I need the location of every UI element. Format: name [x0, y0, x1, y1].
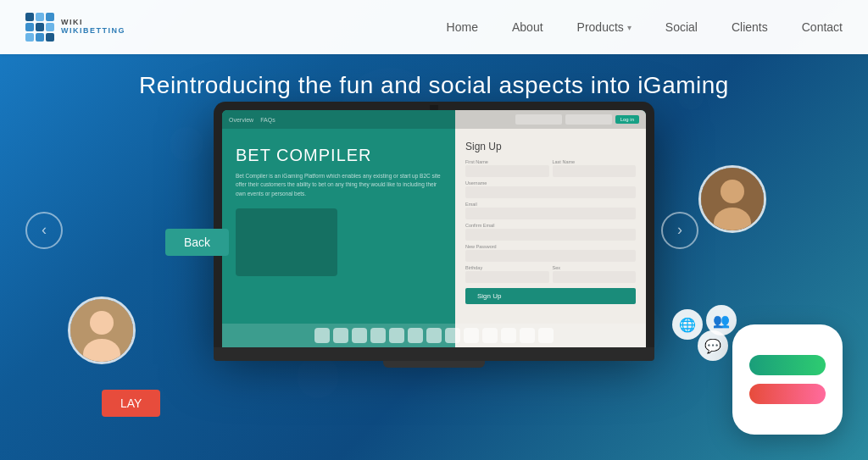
last-name-label: Last Name — [553, 159, 637, 164]
lay-button[interactable]: LAY — [102, 390, 160, 417]
logo-cell-5 — [36, 23, 44, 31]
sex-label: Sex — [553, 265, 637, 270]
laptop-mockup: Overview FAQs Log in BET COMP — [214, 102, 654, 361]
username-group: Username — [465, 180, 636, 198]
logo-cell-6 — [46, 23, 54, 31]
password-field[interactable] — [465, 250, 636, 262]
people-icon: 👥 — [713, 313, 730, 329]
bday-sex-row: Birthday Sex — [465, 265, 636, 283]
nav-about[interactable]: About — [512, 20, 543, 34]
nav-home-label: Home — [447, 20, 478, 34]
logo-sub: WIKIBETTING — [61, 27, 125, 36]
site-header: WIKIWIKIBETTING Home About Products ▾ So… — [0, 0, 868, 54]
logo-cell-2 — [36, 13, 44, 21]
dock-icon-6 — [408, 328, 423, 343]
nav-social[interactable]: Social — [665, 20, 698, 34]
device-mockup-mini — [236, 208, 337, 276]
confirm-email-row: Confirm Email — [465, 223, 636, 241]
people-icon-float: 👥 — [706, 305, 737, 335]
screen-login-btn[interactable]: Log in — [615, 115, 639, 124]
email-field[interactable] — [465, 208, 636, 219]
svg-point-4 — [721, 180, 744, 203]
birthday-field[interactable] — [465, 271, 549, 283]
logo-cell-8 — [36, 33, 44, 42]
screen-password-input[interactable] — [565, 114, 612, 125]
avatar-right — [698, 165, 766, 233]
dock-icon-4 — [370, 328, 386, 343]
first-name-label: First Name — [465, 159, 549, 164]
previous-arrow[interactable]: ‹ — [25, 212, 63, 249]
confirm-email-field[interactable] — [465, 229, 636, 241]
tab-overview[interactable]: Overview — [229, 117, 253, 123]
screen-body: BET COMPILER Bet Compiler is an iGaming … — [222, 129, 646, 347]
chevron-left-icon: ‹ — [42, 221, 47, 239]
nav-products-label: Products — [577, 20, 624, 34]
screen-tabs: Overview FAQs — [229, 117, 275, 123]
screen-left-panel: BET COMPILER Bet Compiler is an iGaming … — [222, 129, 455, 347]
email-group: Email — [465, 202, 636, 219]
dock-icon-9 — [464, 328, 479, 343]
next-arrow[interactable]: › — [661, 212, 698, 249]
nav-home[interactable]: Home — [447, 20, 478, 34]
password-label: New Password — [465, 244, 636, 249]
dock-icon-12 — [520, 328, 535, 343]
screen-login-area: Log in — [515, 114, 639, 125]
chevron-right-icon: › — [677, 221, 682, 239]
svg-point-1 — [90, 311, 114, 335]
nav-about-label: About — [512, 20, 543, 34]
first-name-group: First Name — [465, 159, 549, 177]
dock-icon-13 — [538, 328, 554, 343]
logo-cell-7 — [25, 33, 34, 42]
confirm-email-label: Confirm Email — [465, 223, 636, 228]
nav-products[interactable]: Products ▾ — [577, 20, 632, 34]
tab-faqs[interactable]: FAQs — [260, 117, 275, 123]
password-group: New Password — [465, 244, 636, 262]
sex-group: Sex — [553, 265, 637, 283]
hero-section: Reintroducing the fun and social aspects… — [0, 0, 868, 460]
logo-cell-3 — [46, 13, 54, 21]
dock-icon-7 — [426, 328, 442, 343]
screen-right-panel: Sign Up First Name Last Name — [455, 129, 646, 347]
dock-icon-10 — [482, 328, 498, 343]
laptop-base — [214, 347, 654, 361]
password-row: New Password — [465, 244, 636, 262]
email-row: Email — [465, 202, 636, 219]
first-name-field[interactable] — [465, 165, 549, 177]
laptop-outer: Overview FAQs Log in BET COMP — [214, 102, 654, 347]
product-description: Bet Compiler is an iGaming Platform whic… — [236, 172, 442, 198]
last-name-field[interactable] — [553, 165, 637, 177]
username-label: Username — [465, 180, 636, 186]
sex-field[interactable] — [553, 271, 637, 283]
confirm-email-group: Confirm Email — [465, 223, 636, 241]
app-bar-pink — [749, 384, 826, 404]
product-title: BET COMPILER — [236, 146, 442, 165]
logo[interactable]: WIKIWIKIBETTING — [25, 13, 125, 42]
dock-icon-3 — [352, 328, 367, 343]
bokeh-3 — [170, 127, 203, 161]
laptop-screen: Overview FAQs Log in BET COMP — [222, 110, 646, 347]
avatar-face-left — [70, 299, 133, 362]
screen-username-input[interactable] — [515, 114, 562, 125]
signup-title: Sign Up — [465, 141, 636, 152]
nav-clients[interactable]: Clients — [732, 20, 768, 34]
screen-topbar: Overview FAQs Log in — [222, 110, 646, 129]
globe-icon: 🌐 — [679, 317, 696, 333]
logo-text: WIKIWIKIBETTING — [61, 19, 125, 36]
dock-icon-5 — [389, 328, 404, 343]
dock-icon-8 — [445, 328, 460, 343]
back-button[interactable]: Back — [165, 229, 229, 256]
logo-cell-9 — [46, 33, 54, 42]
dock-icon-2 — [333, 328, 348, 343]
signup-button[interactable]: Sign Up — [465, 288, 636, 304]
globe-icon-float: 🌐 — [672, 309, 703, 340]
last-name-group: Last Name — [553, 159, 637, 177]
main-nav: Home About Products ▾ Social Clients Con… — [447, 20, 843, 34]
nav-contact[interactable]: Contact — [802, 20, 843, 34]
birthday-label: Birthday — [465, 265, 549, 270]
username-row: Username — [465, 180, 636, 198]
nav-contact-label: Contact — [802, 20, 843, 34]
dock-icon-11 — [501, 328, 516, 343]
screen-content: Overview FAQs Log in BET COMP — [222, 110, 646, 347]
username-field[interactable] — [465, 186, 636, 198]
app-icon-card — [732, 324, 843, 435]
